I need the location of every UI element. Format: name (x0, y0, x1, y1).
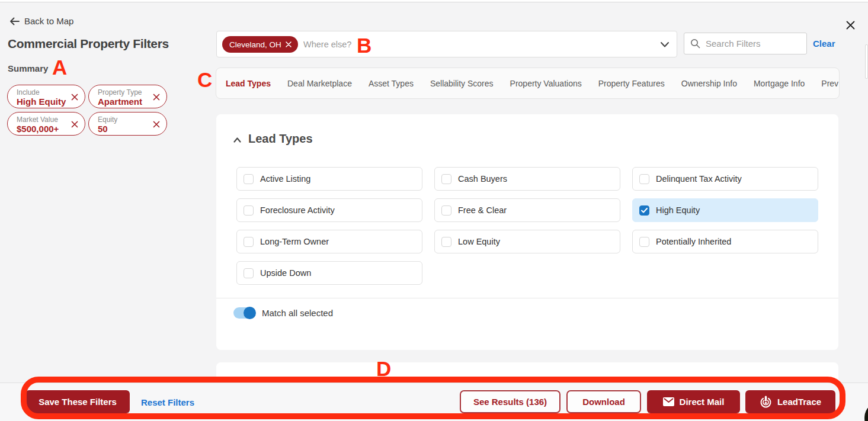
option-low-equity[interactable]: Low Equity (434, 230, 620, 253)
leadtrace-button[interactable]: LeadTrace (745, 390, 835, 413)
checkbox-icon (639, 237, 649, 247)
corner-cursor-blob (863, 407, 868, 421)
commercial-property-filters-screen: Back to Map Commercial Property Filters … (0, 0, 868, 421)
tab-deal-marketplace[interactable]: Deal Marketplace (287, 79, 352, 88)
reset-filters-link[interactable]: Reset Filters (141, 397, 194, 407)
search-placeholder: Search Filters (706, 38, 761, 49)
checkbox-icon (244, 205, 254, 216)
back-to-map-link[interactable]: Back to Map (9, 16, 73, 26)
page-title: Commercial Property Filters (8, 37, 169, 51)
filter-category-tabs: Lead Types Deal Marketplace Asset Types … (216, 68, 840, 99)
search-filters-input[interactable]: Search Filters (684, 33, 807, 54)
option-potentially-inherited[interactable]: Potentially Inherited (632, 230, 818, 253)
chip-label: Market Value (17, 115, 67, 124)
section-title: Lead Types (248, 132, 313, 146)
search-icon (690, 38, 700, 49)
clear-filters-link[interactable]: Clear (813, 38, 835, 49)
mail-icon (663, 397, 674, 406)
option-label: Potentially Inherited (656, 237, 731, 246)
option-label: Cash Buyers (458, 174, 507, 184)
leadtrace-power-icon (760, 396, 772, 408)
tab-prev[interactable]: Prev (821, 79, 838, 88)
option-label: Long-Term Owner (260, 237, 329, 246)
chip-label: Include (17, 88, 67, 97)
checkbox-icon (639, 205, 649, 216)
leadtrace-label: LeadTrace (777, 397, 821, 407)
chip-label: Equity (98, 115, 149, 124)
summary-chip-market-value[interactable]: Market Value $500,000+ (7, 112, 85, 136)
annotation-letter-c: C (197, 69, 212, 90)
chip-value: High Equity (17, 97, 67, 107)
match-all-toggle[interactable] (233, 307, 255, 319)
collapse-chevron-icon (233, 136, 241, 144)
tab-ownership-info[interactable]: Ownership Info (681, 79, 737, 88)
panel-divider (216, 298, 838, 298)
tab-mortgage-info[interactable]: Mortgage Info (754, 79, 805, 88)
lead-types-section-header[interactable]: Lead Types (233, 132, 313, 146)
chip-value: 50 (98, 124, 149, 134)
close-icon (846, 21, 855, 30)
tab-sellability-scores[interactable]: Sellability Scores (430, 79, 494, 88)
option-label: Foreclosure Activity (260, 205, 335, 215)
summary-heading: Summary (8, 63, 48, 73)
download-button[interactable]: Download (566, 390, 641, 413)
toggle-label: Match all selected (262, 308, 333, 318)
chip-remove-icon[interactable] (153, 94, 160, 101)
option-label: Free & Clear (458, 205, 507, 215)
option-delinquent-tax-activity[interactable]: Delinquent Tax Activity (632, 167, 818, 191)
option-label: Low Equity (458, 237, 500, 246)
save-filters-button[interactable]: Save These Filters (25, 390, 130, 413)
checkbox-icon (244, 237, 254, 247)
summary-chip-list: Include High Equity Property Type Apartm… (7, 85, 167, 136)
checkbox-icon (244, 268, 254, 278)
location-pill[interactable]: Cleveland, OH (222, 36, 298, 53)
option-active-listing[interactable]: Active Listing (236, 167, 422, 191)
chip-label: Property Type (98, 88, 149, 97)
match-all-toggle-row: Match all selected (233, 307, 333, 319)
option-long-term-owner[interactable]: Long-Term Owner (236, 230, 422, 253)
chevron-down-icon[interactable] (660, 40, 670, 49)
chip-value: Apartment (98, 97, 149, 107)
annotation-letter-a: A (52, 57, 67, 78)
tab-property-valuations[interactable]: Property Valuations (510, 79, 582, 88)
chip-remove-icon[interactable] (153, 121, 160, 128)
back-to-map-label: Back to Map (24, 16, 73, 26)
option-high-equity[interactable]: High Equity (632, 198, 818, 222)
checkbox-icon (441, 237, 451, 247)
option-cash-buyers[interactable]: Cash Buyers (434, 167, 620, 191)
option-foreclosure-activity[interactable]: Foreclosure Activity (236, 198, 422, 222)
direct-mail-button[interactable]: Direct Mail (647, 390, 740, 413)
tab-property-features[interactable]: Property Features (598, 79, 665, 88)
location-pill-remove-icon[interactable] (286, 41, 292, 47)
chip-remove-icon[interactable] (71, 94, 78, 101)
option-label: Upside Down (260, 268, 311, 278)
see-results-button[interactable]: See Results (136) (460, 390, 560, 413)
close-button[interactable] (844, 18, 857, 31)
chip-value: $500,000+ (17, 124, 67, 134)
lead-types-panel: Lead Types Active Listing Cash Buyers De… (216, 114, 838, 350)
toggle-knob (244, 307, 256, 319)
scrollbar-thumb[interactable] (865, 44, 868, 79)
summary-chip-property-type[interactable]: Property Type Apartment (88, 85, 167, 108)
checkbox-icon (441, 174, 451, 184)
summary-chip-include[interactable]: Include High Equity (7, 85, 85, 108)
location-input[interactable]: Cleveland, OH Where else? (216, 31, 677, 57)
option-label: Active Listing (260, 174, 310, 184)
chip-remove-icon[interactable] (71, 121, 78, 128)
location-pill-label: Cleveland, OH (229, 40, 281, 49)
tab-asset-types[interactable]: Asset Types (369, 79, 414, 88)
lead-type-options-grid: Active Listing Cash Buyers Delinquent Ta… (236, 167, 818, 285)
option-upside-down[interactable]: Upside Down (236, 261, 422, 285)
option-label: High Equity (656, 205, 700, 215)
checkbox-icon (639, 174, 649, 184)
bottom-action-bar: Save These Filters Reset Filters See Res… (0, 383, 868, 421)
direct-mail-label: Direct Mail (680, 397, 725, 407)
back-arrow-icon (9, 17, 20, 25)
option-free-and-clear[interactable]: Free & Clear (434, 198, 620, 222)
checkbox-icon (441, 205, 451, 216)
top-edge-band (0, 0, 868, 2)
summary-chip-equity[interactable]: Equity 50 (88, 112, 167, 136)
location-placeholder: Where else? (303, 31, 351, 57)
checkbox-icon (244, 174, 254, 184)
tab-lead-types[interactable]: Lead Types (226, 79, 271, 88)
